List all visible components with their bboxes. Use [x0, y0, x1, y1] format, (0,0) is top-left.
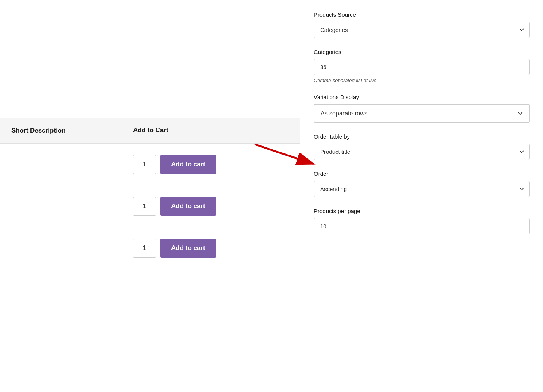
table-row: Add to cart: [0, 227, 300, 269]
variations-select-wrapper: As separate rows As dropdown Hidden: [314, 104, 530, 123]
order-select[interactable]: Ascending Descending: [314, 181, 530, 197]
variations-display-label: Variations Display: [314, 94, 530, 100]
settings-panel: Products Source Categories All Products …: [300, 0, 543, 392]
products-source-select[interactable]: Categories All Products Featured On Sale: [314, 22, 530, 38]
products-per-page-input[interactable]: [314, 218, 530, 234]
categories-label: Categories: [314, 49, 530, 55]
table-row: Add to cart: [0, 185, 300, 227]
add-to-cart-header: Add to Cart: [118, 126, 289, 135]
order-table-by-field: Order table by Product title Date Price …: [314, 133, 530, 160]
add-to-cart-button-1[interactable]: Add to cart: [160, 155, 216, 174]
add-to-cart-button-3[interactable]: Add to cart: [160, 239, 216, 258]
table-panel: Short Description Add to Cart Add to car…: [0, 0, 300, 392]
categories-hint: Comma-separated list of IDs: [314, 77, 530, 83]
quantity-input-3[interactable]: [133, 239, 156, 258]
quantity-input-1[interactable]: [133, 155, 156, 174]
order-field: Order Ascending Descending: [314, 171, 530, 197]
variations-display-field: Variations Display As separate rows As d…: [314, 94, 530, 123]
order-table-by-label: Order table by: [314, 133, 530, 140]
variations-display-select[interactable]: As separate rows As dropdown Hidden: [314, 104, 530, 123]
quantity-input-2[interactable]: [133, 197, 156, 216]
table-header: Short Description Add to Cart: [0, 118, 300, 144]
products-per-page-field: Products per page: [314, 208, 530, 234]
row-cart-area: Add to cart: [118, 197, 289, 216]
order-table-by-select[interactable]: Product title Date Price ID: [314, 144, 530, 160]
short-description-header: Short Description: [11, 126, 118, 135]
categories-input[interactable]: [314, 59, 530, 75]
add-to-cart-button-2[interactable]: Add to cart: [160, 197, 216, 216]
products-per-page-label: Products per page: [314, 208, 530, 214]
products-source-label: Products Source: [314, 11, 530, 18]
products-source-field: Products Source Categories All Products …: [314, 11, 530, 38]
row-cart-area: Add to cart: [118, 155, 289, 174]
row-cart-area: Add to cart: [118, 239, 289, 258]
table-row: Add to cart: [0, 144, 300, 185]
order-label: Order: [314, 171, 530, 177]
categories-field: Categories Comma-separated list of IDs: [314, 49, 530, 83]
